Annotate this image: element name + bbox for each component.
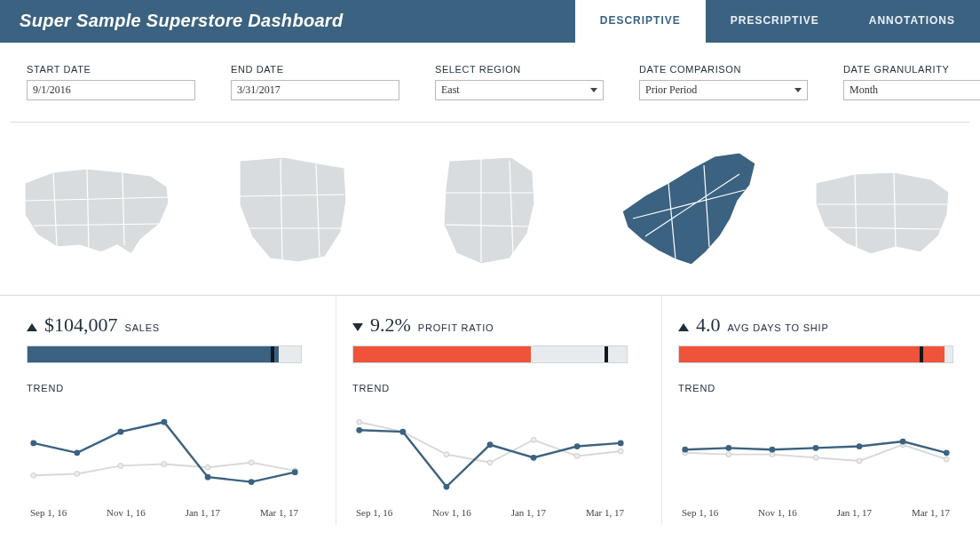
tab-annotations[interactable]: ANNOTATIONS <box>844 0 980 43</box>
start-date-label: START DATE <box>27 64 195 75</box>
kpi-card-profit-ratio: 9.2% PROFIT RATIO TREND Sep 1, 16 Nov 1,… <box>336 296 644 525</box>
bullet-profit <box>352 345 628 363</box>
svg-point-5 <box>249 460 254 465</box>
svg-point-34 <box>944 457 949 462</box>
trend-axis-sales: Sep 1, 16 Nov 1, 16 Jan 1, 17 Mar 1, 17 <box>27 507 302 518</box>
kpi-card-ship-days: 4.0 AVG DAYS TO SHIP TREND Sep 1, 16 Nov… <box>661 296 969 525</box>
svg-point-39 <box>857 443 863 449</box>
svg-point-17 <box>487 460 493 465</box>
axis-tick: Jan 1, 17 <box>837 507 872 518</box>
svg-point-11 <box>205 474 211 480</box>
svg-point-1 <box>75 472 80 477</box>
region-east[interactable] <box>597 147 775 272</box>
date-granularity-value: Month <box>850 83 878 97</box>
end-date-input[interactable]: 3/31/2017 <box>231 80 399 100</box>
svg-point-10 <box>162 419 168 425</box>
svg-point-37 <box>770 447 776 453</box>
bullet-profit-marker <box>605 346 608 362</box>
svg-point-21 <box>356 427 362 433</box>
trend-chart-ship <box>678 402 953 500</box>
filters-row: START DATE 9/1/2016 END DATE 3/31/2017 S… <box>0 43 980 116</box>
svg-point-12 <box>249 479 255 485</box>
trend-label: TREND <box>27 383 302 393</box>
header-bar: Super Sample Superstore Dashboard DESCRI… <box>0 0 980 43</box>
svg-point-32 <box>857 458 862 464</box>
up-triangle-icon <box>678 323 689 331</box>
region-select[interactable]: East <box>435 80 604 100</box>
svg-point-29 <box>726 452 731 457</box>
region-central[interactable] <box>401 152 580 267</box>
axis-tick: Nov 1, 16 <box>107 507 146 518</box>
svg-point-23 <box>444 484 450 490</box>
svg-point-25 <box>531 455 537 461</box>
start-date-input[interactable]: 9/1/2016 <box>27 80 195 100</box>
axis-tick: Mar 1, 17 <box>260 507 298 518</box>
west-map-icon <box>227 152 360 267</box>
kpi-card-sales: $104,007 SALES TREND Sep 1, 16 Nov 1, 16… <box>11 296 318 525</box>
date-granularity-select[interactable]: Month <box>843 80 980 100</box>
svg-point-4 <box>205 465 210 470</box>
axis-tick: Sep 1, 16 <box>682 507 718 518</box>
tabs: DESCRIPTIVE PRESCRIPTIVE ANNOTATIONS <box>575 0 980 43</box>
east-map-icon <box>606 147 766 272</box>
svg-point-40 <box>900 439 906 445</box>
filter-start-date: START DATE 9/1/2016 <box>27 64 195 100</box>
svg-point-26 <box>574 443 581 449</box>
region-south[interactable] <box>793 156 971 263</box>
end-date-label: END DATE <box>231 64 399 75</box>
axis-tick: Nov 1, 16 <box>758 507 797 518</box>
bullet-sales <box>27 345 302 363</box>
svg-point-30 <box>770 452 775 457</box>
svg-point-16 <box>444 452 449 457</box>
south-map-icon <box>807 156 958 263</box>
trend-chart-sales <box>27 402 302 500</box>
svg-point-0 <box>31 473 36 478</box>
axis-tick: Sep 1, 16 <box>30 507 67 518</box>
trend-chart-profit <box>352 402 628 500</box>
svg-point-18 <box>531 437 536 442</box>
svg-point-8 <box>74 449 80 456</box>
kpi-profit-label: PROFIT RATIO <box>418 322 494 333</box>
chevron-down-icon <box>794 88 802 92</box>
bullet-sales-marker <box>271 346 274 362</box>
region-us[interactable] <box>9 156 187 263</box>
filter-date-granularity: DATE GRANULARITY Month <box>843 64 980 100</box>
us-map-icon <box>18 156 178 263</box>
date-comparison-select[interactable]: Prior Period <box>639 80 808 100</box>
chevron-down-icon <box>590 88 597 92</box>
axis-tick: Jan 1, 17 <box>186 507 220 518</box>
axis-tick: Sep 1, 16 <box>356 507 392 518</box>
tab-prescriptive[interactable]: PRESCRIPTIVE <box>706 0 844 43</box>
dashboard-title: Super Sample Superstore Dashboard <box>0 0 575 43</box>
region-value: East <box>441 83 460 97</box>
axis-tick: Mar 1, 17 <box>586 507 624 518</box>
kpi-head-ship: 4.0 AVG DAYS TO SHIP <box>678 314 953 337</box>
svg-point-35 <box>682 447 688 453</box>
svg-point-3 <box>162 462 167 467</box>
svg-point-2 <box>118 463 123 468</box>
svg-point-22 <box>399 429 406 435</box>
start-date-value: 9/1/2016 <box>33 83 71 97</box>
svg-point-36 <box>725 445 731 451</box>
trend-label: TREND <box>352 383 628 393</box>
region-label: SELECT REGION <box>435 64 604 75</box>
axis-tick: Nov 1, 16 <box>432 507 471 518</box>
filter-region: SELECT REGION East <box>435 64 604 100</box>
region-west[interactable] <box>205 152 383 267</box>
tab-descriptive[interactable]: DESCRIPTIVE <box>575 0 706 43</box>
axis-tick: Jan 1, 17 <box>511 507 546 518</box>
axis-tick: Mar 1, 17 <box>912 507 950 518</box>
svg-point-9 <box>118 429 124 435</box>
bullet-ship-fill <box>679 346 944 362</box>
trend-label: TREND <box>678 383 953 393</box>
kpi-ship-value: 4.0 <box>696 314 721 337</box>
date-comparison-label: DATE COMPARISON <box>639 64 808 75</box>
end-date-value: 3/31/2017 <box>237 83 281 97</box>
central-map-icon <box>428 152 552 267</box>
down-triangle-icon <box>352 323 363 331</box>
filter-end-date: END DATE 3/31/2017 <box>231 64 399 100</box>
filter-date-comparison: DATE COMPARISON Prior Period <box>639 64 808 100</box>
bullet-profit-fill <box>353 346 531 362</box>
region-maps <box>0 123 980 295</box>
kpi-head-sales: $104,007 SALES <box>27 314 302 337</box>
